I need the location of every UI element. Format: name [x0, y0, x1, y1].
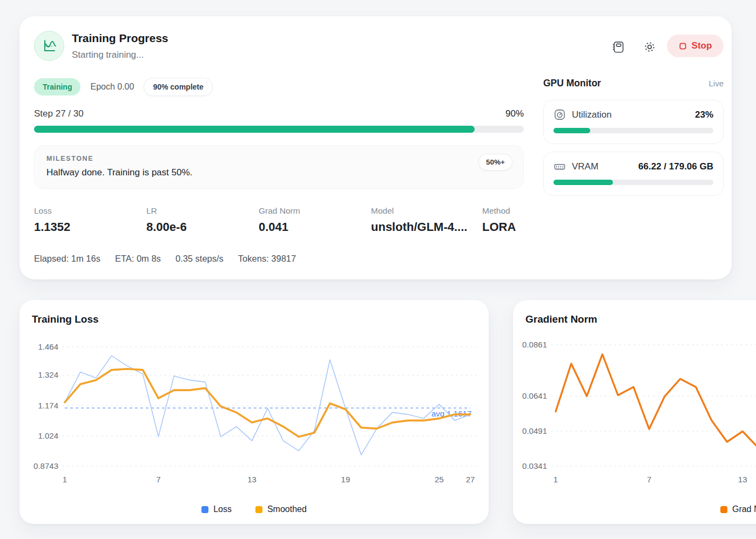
stat-value: LORA: [482, 220, 516, 234]
stat-value: 0.041: [259, 220, 300, 234]
loss-swatch: [201, 506, 208, 513]
svg-text:0.0641: 0.0641: [522, 391, 547, 400]
svg-text:0.8743: 0.8743: [33, 461, 58, 470]
status-badges: Training Epoch 0.00 90% complete: [34, 78, 213, 96]
grad-norm-swatch: [720, 506, 727, 513]
svg-text:7: 7: [647, 475, 651, 484]
legend-label: Smoothed: [267, 504, 307, 514]
utilization-value: 23%: [695, 110, 713, 120]
stat-label: Method: [482, 206, 516, 216]
training-dashboard: { "header": { "title": "Training Progres…: [0, 0, 756, 539]
gpu-utilization-meter: Utilization 23%: [543, 100, 724, 144]
gpu-monitor-header: GPU Monitor Live: [543, 78, 724, 89]
chart-legend: Grad Norm: [513, 504, 756, 514]
stat-label: Loss: [34, 206, 70, 216]
legend-item-grad-norm[interactable]: Grad Norm: [720, 504, 756, 514]
legend-label: Loss: [213, 504, 232, 514]
elapsed-time: Elapsed: 1m 16s: [34, 254, 100, 264]
stat-label: LR: [146, 206, 187, 216]
svg-text:19: 19: [341, 475, 350, 484]
stop-square-icon: [679, 42, 687, 50]
svg-text:1.024: 1.024: [38, 431, 58, 440]
svg-text:13: 13: [738, 475, 747, 484]
gradient-norm-chart-card: Gradient Norm 0.08610.06410.04910.034117…: [513, 300, 756, 524]
page-title: Training Progress: [72, 32, 168, 45]
gear-icon[interactable]: [643, 40, 657, 54]
gpu-vram-meter: VRAM 66.22 / 179.06 GB: [543, 152, 724, 196]
utilization-bar: [554, 128, 713, 133]
svg-text:0.0341: 0.0341: [522, 461, 547, 470]
smoothed-swatch: [255, 506, 262, 513]
milestone-label: MILESTONE: [46, 155, 511, 162]
stat-label: Model: [371, 206, 467, 216]
gradient-norm-chart: 0.08610.06410.04910.03411713: [513, 300, 756, 524]
legend-item-smoothed[interactable]: Smoothed: [255, 504, 307, 514]
stat-value: 1.1352: [34, 220, 70, 234]
milestone-message: Halfway done. Training is past 50%.: [46, 167, 511, 178]
session-stats: Elapsed: 1m 16s ETA: 0m 8s 0.35 steps/s …: [34, 254, 296, 264]
legend-label: Grad Norm: [732, 504, 756, 514]
training-progress-card: Training Progress Starting training... S…: [19, 16, 732, 279]
progress-percent: 90%: [505, 108, 524, 119]
gauge-icon: [554, 108, 566, 121]
stat-label: Grad Norm: [259, 206, 300, 216]
svg-text:1.324: 1.324: [38, 370, 58, 379]
stat-value: unsloth/GLM-4....: [371, 220, 467, 234]
stat-method: Method LORA: [482, 206, 516, 234]
loss-curve-icon: [34, 31, 64, 61]
milestone-badge: 50%+: [478, 154, 512, 170]
stop-button[interactable]: Stop: [667, 35, 724, 57]
svg-text:1.464: 1.464: [38, 342, 58, 351]
stat-value: 8.00e-6: [146, 220, 187, 234]
percent-complete-badge: 90% complete: [144, 78, 212, 96]
training-loss-chart: 1.4641.3241.1741.0240.87431713192527avg …: [19, 300, 489, 524]
svg-text:25: 25: [435, 475, 444, 484]
notebook-icon[interactable]: [611, 40, 625, 54]
svg-text:1: 1: [554, 475, 558, 484]
svg-text:0.0861: 0.0861: [522, 340, 547, 349]
chart-legend: Loss Smoothed: [19, 504, 489, 514]
stat-lr: LR 8.00e-6: [146, 206, 187, 234]
svg-text:0.0491: 0.0491: [522, 426, 547, 435]
vram-bar-fill: [554, 180, 613, 185]
progress-bar: [34, 126, 524, 133]
svg-text:13: 13: [247, 475, 256, 484]
milestone-banner: MILESTONE Halfway done. Training is past…: [34, 145, 524, 189]
stat-model: Model unsloth/GLM-4....: [371, 206, 467, 234]
legend-item-loss[interactable]: Loss: [201, 504, 232, 514]
step-progress-row: Step 27 / 30 90%: [34, 108, 524, 119]
svg-text:7: 7: [156, 475, 160, 484]
svg-text:1: 1: [63, 475, 67, 484]
stop-button-label: Stop: [692, 40, 712, 51]
step-label: Step 27 / 30: [34, 108, 84, 119]
gpu-monitor-title: GPU Monitor: [543, 78, 601, 89]
stat-loss: Loss 1.1352: [34, 206, 70, 234]
vram-bar: [554, 180, 713, 185]
eta: ETA: 0m 8s: [115, 254, 161, 264]
vram-value: 66.22 / 179.06 GB: [638, 161, 713, 172]
live-indicator: Live: [708, 79, 724, 88]
ram-icon: [554, 160, 566, 173]
epoch-label: Epoch 0.00: [90, 82, 134, 92]
vram-label: VRAM: [572, 161, 632, 172]
progress-bar-fill: [34, 126, 475, 133]
svg-text:27: 27: [466, 475, 475, 484]
status-subtitle: Starting training...: [72, 50, 144, 60]
svg-text:1.174: 1.174: [38, 401, 58, 410]
utilization-bar-fill: [554, 128, 590, 133]
utilization-label: Utilization: [572, 110, 689, 120]
stat-grad-norm: Grad Norm 0.041: [259, 206, 300, 234]
steps-per-second: 0.35 steps/s: [176, 254, 224, 264]
training-status-badge: Training: [34, 78, 80, 95]
token-count: Tokens: 39817: [238, 254, 296, 264]
training-loss-chart-card: Training Loss 1.4641.3241.1741.0240.8743…: [19, 300, 489, 524]
